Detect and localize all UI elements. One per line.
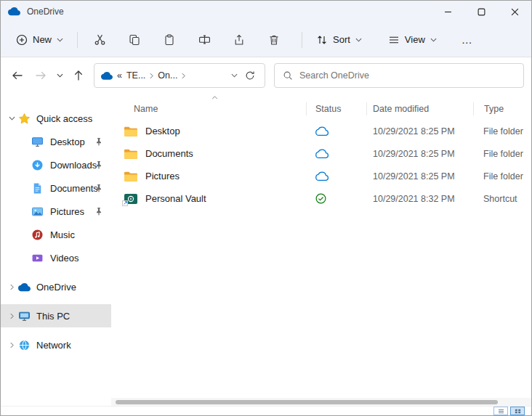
network-icon: [18, 339, 31, 351]
file-row-desktop[interactable]: Desktop 10/29/2021 8:25 PM File folder: [111, 120, 531, 142]
cut-button[interactable]: [85, 28, 114, 52]
new-button[interactable]: New: [9, 28, 70, 52]
sidebar-item-quick-access[interactable]: Quick access: [1, 107, 111, 130]
horizontal-scrollbar[interactable]: [111, 398, 531, 406]
back-button[interactable]: [7, 64, 28, 87]
new-button-label: New: [33, 35, 52, 44]
file-row-personal-vault[interactable]: Personal Vault 10/29/2021 8:32 PM Shortc…: [111, 187, 531, 210]
shortcut-arrow-overlay-icon: [122, 200, 128, 206]
up-button[interactable]: [68, 64, 89, 87]
minimize-button[interactable]: [431, 1, 464, 23]
chevron-down-icon[interactable]: [5, 116, 18, 121]
folder-icon: [124, 126, 138, 137]
view-lines-icon: [388, 34, 400, 46]
file-name: Documents: [145, 148, 193, 159]
chevron-down-icon: [57, 73, 63, 78]
recent-locations-button[interactable]: [53, 64, 66, 87]
sidebar-item-pictures[interactable]: Pictures: [1, 200, 111, 223]
refresh-button[interactable]: [242, 64, 258, 87]
pictures-icon: [31, 205, 44, 218]
rename-button[interactable]: [190, 28, 219, 52]
sidebar-item-label: Downloads: [50, 160, 97, 171]
synced-check-icon: [315, 193, 326, 204]
sidebar-item-documents[interactable]: Documents: [1, 176, 111, 200]
scrollbar-thumb[interactable]: [116, 400, 498, 404]
statusbar-large-icons-view-button[interactable]: [510, 407, 525, 415]
sidebar-item-onedrive[interactable]: OneDrive: [1, 275, 111, 298]
file-name: Pictures: [145, 171, 180, 182]
paste-button[interactable]: [155, 28, 184, 52]
sidebar-item-label: Music: [50, 229, 75, 240]
desktop-icon: [31, 136, 44, 148]
chevron-right-icon: [150, 73, 153, 79]
maximize-button[interactable]: [464, 1, 498, 23]
column-header-status[interactable]: Status: [307, 98, 366, 120]
sidebar-item-downloads[interactable]: Downloads: [1, 153, 111, 176]
address-dropdown-chevron-icon[interactable]: [231, 73, 238, 78]
file-type: File folder: [472, 149, 531, 159]
arrow-left-icon: [12, 70, 23, 81]
sidebar-item-network[interactable]: Network: [1, 333, 111, 356]
more-options-button[interactable]: …: [455, 28, 480, 52]
file-name: Desktop: [145, 126, 180, 136]
refresh-icon: [245, 70, 255, 81]
file-list-pane: Name Status Date modified Type Desktop 1…: [111, 94, 531, 406]
chevron-right-icon[interactable]: [5, 284, 18, 290]
documents-icon: [31, 182, 44, 195]
share-icon: [233, 34, 245, 46]
navigation-pane: Quick access Desktop Downloads Documents…: [1, 94, 111, 406]
folder-icon: [124, 148, 138, 160]
navigation-bar: « TE... On...: [1, 57, 531, 94]
command-bar: New Sort: [1, 23, 531, 57]
file-row-pictures[interactable]: Pictures 10/29/2021 8:25 PM File folder: [111, 165, 531, 187]
downloads-icon: [31, 159, 44, 171]
personal-vault-icon: [124, 193, 138, 205]
file-explorer-window: OneDrive New: [0, 0, 532, 416]
arrow-up-icon: [73, 70, 84, 81]
chevron-right-icon[interactable]: [5, 313, 18, 319]
file-type: Shortcut: [472, 194, 531, 204]
breadcrumb-item[interactable]: TE...: [126, 70, 145, 81]
file-date-modified: 10/29/2021 8:25 PM: [366, 126, 472, 136]
delete-button[interactable]: [259, 28, 289, 52]
statusbar-details-view-button[interactable]: [493, 407, 508, 415]
chevron-right-icon[interactable]: [5, 342, 18, 348]
sidebar-item-videos[interactable]: Videos: [1, 246, 111, 269]
sidebar-item-label: This PC: [36, 311, 70, 322]
folder-icon: [124, 171, 138, 182]
view-button[interactable]: View: [382, 28, 443, 52]
explorer-body: Quick access Desktop Downloads Documents…: [1, 94, 531, 406]
file-row-documents[interactable]: Documents 10/29/2021 8:25 PM File folder: [111, 142, 531, 165]
column-header-date-modified[interactable]: Date modified: [367, 98, 473, 120]
copy-button[interactable]: [120, 28, 149, 52]
sidebar-item-desktop[interactable]: Desktop: [1, 130, 111, 153]
toolbar-separator: [77, 32, 78, 48]
breadcrumb-item[interactable]: On...: [158, 70, 177, 81]
share-button[interactable]: [225, 28, 254, 52]
search-box[interactable]: [274, 63, 524, 88]
column-header-type[interactable]: Type: [474, 98, 531, 120]
breadcrumb-overflow[interactable]: «: [117, 70, 122, 81]
onedrive-cloud-icon: [18, 283, 31, 292]
status-bar: [1, 406, 531, 415]
copy-icon: [129, 34, 140, 46]
sort-button[interactable]: Sort: [310, 28, 368, 52]
window-controls: [431, 1, 531, 23]
close-button[interactable]: [498, 1, 531, 23]
ellipsis-icon: …: [462, 33, 473, 46]
sidebar-item-music[interactable]: Music: [1, 223, 111, 246]
forward-button[interactable]: [30, 64, 52, 87]
column-header-name[interactable]: Name: [111, 98, 306, 120]
sidebar-item-label: OneDrive: [36, 282, 76, 293]
sidebar-item-this-pc[interactable]: This PC: [1, 304, 111, 327]
sidebar-item-label: Pictures: [50, 206, 84, 217]
trash-icon: [268, 34, 280, 46]
titlebar: OneDrive: [1, 1, 531, 23]
address-bar[interactable]: « TE... On...: [94, 63, 265, 88]
videos-icon: [31, 252, 44, 264]
onedrive-cloud-icon: [8, 7, 20, 17]
search-input[interactable]: [299, 70, 515, 81]
sidebar-item-label: Network: [36, 340, 71, 351]
pin-icon: [94, 137, 103, 146]
scissors-icon: [94, 33, 106, 46]
